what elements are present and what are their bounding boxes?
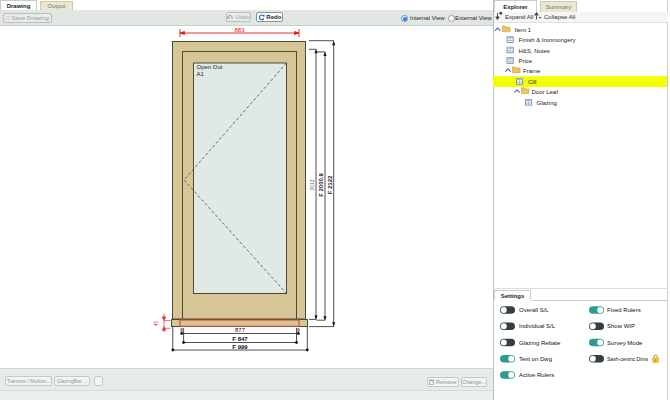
svg-text:Frame: Frame xyxy=(523,68,541,74)
svg-text:Show WIP: Show WIP xyxy=(607,323,635,329)
svg-text:Text on Dwg: Text on Dwg xyxy=(519,356,552,362)
svg-text:Fixed Rulers: Fixed Rulers xyxy=(607,307,641,313)
svg-text:F 999: F 999 xyxy=(232,344,248,350)
svg-text:Open Out: Open Out xyxy=(197,64,223,70)
svg-text:Price: Price xyxy=(519,58,533,64)
svg-text:Door Leaf: Door Leaf xyxy=(532,89,559,95)
svg-text:883: 883 xyxy=(234,27,245,33)
svg-text:Glazing Rebate: Glazing Rebate xyxy=(519,340,561,346)
svg-text:Sash-centric Dims: Sash-centric Dims xyxy=(607,356,648,362)
svg-text:Overall S/L: Overall S/L xyxy=(519,307,549,313)
svg-text:Cill: Cill xyxy=(528,79,536,85)
svg-text:H&S, Notes: H&S, Notes xyxy=(519,48,550,54)
svg-text:45: 45 xyxy=(154,321,159,327)
svg-text:F 847: F 847 xyxy=(232,336,248,342)
svg-text:Glazing: Glazing xyxy=(537,100,557,106)
svg-text:877: 877 xyxy=(235,327,246,333)
svg-text:F 2000.9: F 2000.9 xyxy=(318,172,324,196)
svg-text:Active Rulers: Active Rulers xyxy=(519,372,554,378)
svg-text:Item 1: Item 1 xyxy=(515,27,532,33)
svg-text:Survey Mode: Survey Mode xyxy=(607,340,643,346)
svg-text:Finish & Ironmongery: Finish & Ironmongery xyxy=(519,37,576,43)
svg-text:F 2122: F 2122 xyxy=(327,175,333,194)
svg-text:Collapse All: Collapse All xyxy=(544,14,575,20)
svg-text:Individual S/L: Individual S/L xyxy=(519,323,556,329)
svg-text:Expand All: Expand All xyxy=(505,14,533,20)
svg-text:2013: 2013 xyxy=(309,179,315,190)
svg-text:A1: A1 xyxy=(197,71,205,77)
